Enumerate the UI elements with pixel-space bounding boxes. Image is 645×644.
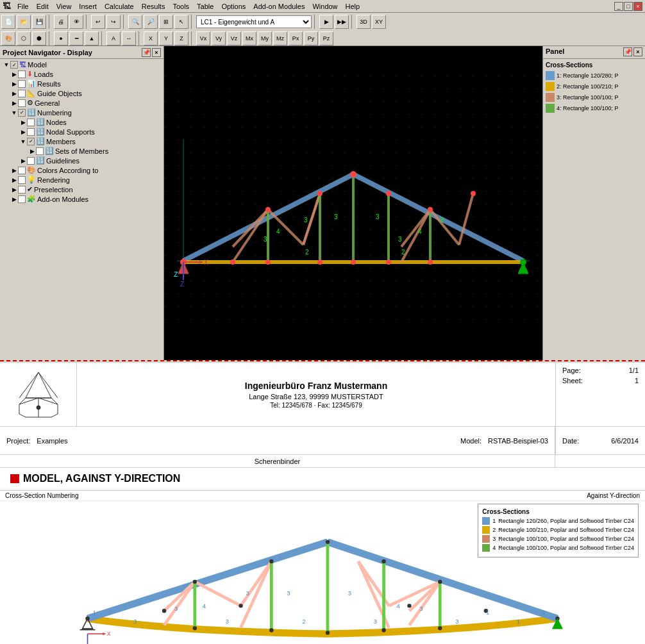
menu-results[interactable]: Results xyxy=(138,1,169,12)
checkbox-colors[interactable] xyxy=(18,167,26,174)
tb-v1[interactable]: Vx xyxy=(196,31,210,45)
tree-item-nodes[interactable]: ▶ 🔢 Nodes xyxy=(1,117,162,127)
tree-item-guide[interactable]: ▶ 📐 Guide Objects xyxy=(1,88,162,98)
tb-pz[interactable]: Pz xyxy=(319,31,333,45)
tb-zoom-out[interactable]: 🔎 xyxy=(144,15,158,29)
tree-expand-nodal[interactable]: ▶ xyxy=(19,128,27,136)
tb-node[interactable]: ● xyxy=(54,31,68,45)
tree-expand-addon[interactable]: ▶ xyxy=(10,195,18,203)
tree-expand-rendering[interactable]: ▶ xyxy=(10,176,18,184)
tree-expand-colors[interactable]: ▶ xyxy=(10,167,18,174)
tb-wire[interactable]: ⬡ xyxy=(17,31,31,45)
tree-expand-guide[interactable]: ▶ xyxy=(10,90,18,97)
menu-view[interactable]: View xyxy=(53,1,76,12)
tb-new[interactable]: 📄 xyxy=(1,15,15,29)
tb-member[interactable]: ━ xyxy=(69,31,83,45)
tree-item-colors[interactable]: ▶ 🎨 Colors According to xyxy=(1,165,162,175)
tb-3d[interactable]: 3D xyxy=(356,15,371,29)
tree-item-loads[interactable]: ▶ ⬇ Loads xyxy=(1,69,162,79)
tb-run[interactable]: ▶ xyxy=(319,15,333,29)
nav-pin-button[interactable]: 📌 xyxy=(142,48,151,57)
checkbox-sets[interactable] xyxy=(36,147,44,155)
tree-expand-nodes[interactable]: ▶ xyxy=(19,119,27,126)
tb-z[interactable]: Z xyxy=(174,31,188,45)
lc-dropdown[interactable]: LC1 - Eigengewicht und A xyxy=(196,15,312,28)
tree-expand-results[interactable]: ▶ xyxy=(10,80,18,88)
tree-item-preselection[interactable]: ▶ ✔ Preselection xyxy=(1,185,162,194)
menu-table[interactable]: Table xyxy=(193,1,217,12)
checkbox-results[interactable] xyxy=(18,80,26,88)
menu-window[interactable]: Window xyxy=(308,1,341,12)
tree-expand-members[interactable]: ▼ xyxy=(19,138,27,145)
panel-pin-button[interactable]: 📌 xyxy=(623,47,632,56)
nav-close-button[interactable]: × xyxy=(152,48,161,57)
tb-v3[interactable]: Vz xyxy=(227,31,241,45)
menu-file[interactable]: File xyxy=(13,1,33,12)
tree-item-members[interactable]: ▼ ✓ 🔢 Members xyxy=(1,136,162,146)
tb-x[interactable]: X xyxy=(144,31,158,45)
menu-tools[interactable]: Tools xyxy=(169,1,193,12)
tb-px[interactable]: Px xyxy=(289,31,303,45)
tree-item-numbering[interactable]: ▼ ✓ 🔢 Numbering xyxy=(1,108,162,117)
tb-print[interactable]: 🖨 xyxy=(54,15,68,29)
checkbox-loads[interactable] xyxy=(18,70,26,78)
tb-annotation[interactable]: A xyxy=(106,31,121,45)
tb-dim[interactable]: ↔ xyxy=(122,31,136,45)
tree-expand-sets[interactable]: ▶ xyxy=(28,147,36,155)
checkbox-addon[interactable] xyxy=(18,195,26,203)
checkbox-nodes[interactable] xyxy=(27,119,35,126)
tb-preview[interactable]: 👁 xyxy=(69,15,83,29)
tb-support[interactable]: ▲ xyxy=(85,31,99,45)
tree-item-nodal-supports[interactable]: ▶ 🔢 Nodal Supports xyxy=(1,127,162,136)
tb-open[interactable]: 📂 xyxy=(17,15,31,29)
minimize-button[interactable]: _ xyxy=(614,2,623,11)
tb-undo[interactable]: ↩ xyxy=(91,15,105,29)
viewport-area[interactable]: /* grid rendered inline below */ xyxy=(164,46,542,360)
tb-v2[interactable]: Vy xyxy=(212,31,226,45)
tb-zoom-fit[interactable]: ⊞ xyxy=(159,15,173,29)
checkbox-guidelines[interactable] xyxy=(27,157,35,165)
checkbox-preselection[interactable] xyxy=(18,186,26,194)
checkbox-guide[interactable] xyxy=(18,90,26,97)
menu-addon[interactable]: Add-on Modules xyxy=(249,1,308,12)
close-button[interactable]: × xyxy=(633,2,642,11)
checkbox-nodal[interactable] xyxy=(27,128,35,136)
tb-m2[interactable]: My xyxy=(258,31,272,45)
tb-py[interactable]: Py xyxy=(304,31,318,45)
checkbox-general[interactable] xyxy=(18,99,26,107)
checkbox-numbering[interactable]: ✓ xyxy=(18,109,26,117)
tree-expand-loads[interactable]: ▶ xyxy=(10,70,18,78)
tree-item-addon[interactable]: ▶ 🧩 Add-on Modules xyxy=(1,194,162,204)
tree-item-guidelines[interactable]: ▶ 🔢 Guidelines xyxy=(1,156,162,165)
menu-help[interactable]: Help xyxy=(342,1,364,12)
tb-select[interactable]: ↖ xyxy=(174,15,188,29)
tree-item-model[interactable]: ▼ ✓ 🏗 Model xyxy=(1,60,162,69)
menu-options[interactable]: Options xyxy=(217,1,249,12)
tb-y[interactable]: Y xyxy=(159,31,173,45)
tree-expand-guidelines[interactable]: ▶ xyxy=(19,157,27,165)
restore-button[interactable]: □ xyxy=(624,2,633,11)
menu-edit[interactable]: Edit xyxy=(33,1,53,12)
menu-calculate[interactable]: Calculate xyxy=(101,1,138,12)
panel-close-button[interactable]: × xyxy=(633,47,642,56)
tb-m1[interactable]: Mx xyxy=(242,31,256,45)
tree-item-rendering[interactable]: ▶ 💡 Rendering xyxy=(1,175,162,185)
tb-render[interactable]: 🎨 xyxy=(1,31,15,45)
tb-run2[interactable]: ▶▶ xyxy=(335,15,349,29)
checkbox-model[interactable]: ✓ xyxy=(10,61,18,69)
tb-m3[interactable]: Mz xyxy=(273,31,287,45)
tree-item-general[interactable]: ▶ ⚙ General xyxy=(1,98,162,108)
checkbox-rendering[interactable] xyxy=(18,176,26,184)
tb-xyz[interactable]: XY xyxy=(372,15,386,29)
tree-item-sets-of-members[interactable]: ▶ 🔢 Sets of Members xyxy=(1,146,162,156)
tree-expand-model[interactable]: ▼ xyxy=(3,61,10,69)
checkbox-members[interactable]: ✓ xyxy=(27,138,35,145)
tree-expand-preselection[interactable]: ▶ xyxy=(10,186,18,194)
menu-insert[interactable]: Insert xyxy=(75,1,101,12)
tb-save[interactable]: 💾 xyxy=(32,15,46,29)
tb-solid[interactable]: ⬢ xyxy=(32,31,46,45)
tb-zoom-in[interactable]: 🔍 xyxy=(128,15,142,29)
tree-expand-general[interactable]: ▶ xyxy=(10,99,18,107)
tree-item-results[interactable]: ▶ 📊 Results xyxy=(1,79,162,88)
tb-redo[interactable]: ↪ xyxy=(106,15,121,29)
